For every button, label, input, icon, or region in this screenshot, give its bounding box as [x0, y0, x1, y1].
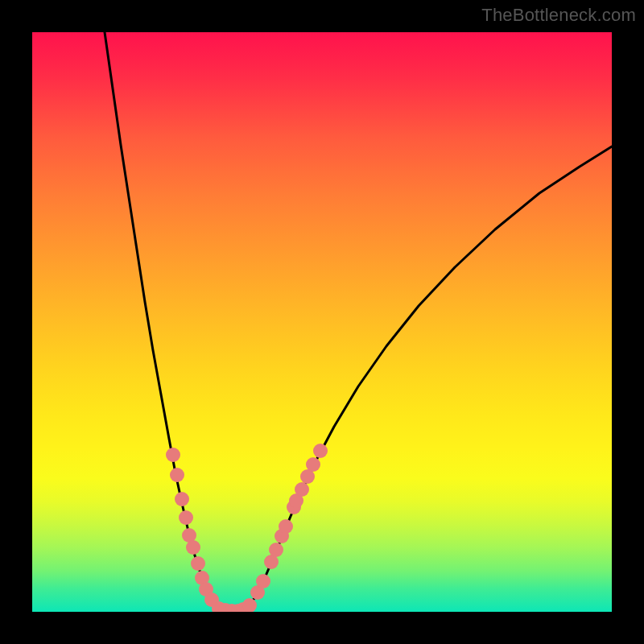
chart-plot-area: [32, 32, 612, 612]
marker-dot: [186, 540, 200, 555]
chart-frame: TheBottleneck.com: [0, 0, 644, 644]
watermark-text: TheBottleneck.com: [481, 5, 636, 26]
marker-dot: [269, 543, 283, 557]
chart-svg-overlay: [32, 32, 612, 612]
marker-dot: [179, 510, 193, 525]
marker-dot: [256, 574, 270, 588]
curve-left-curve: [105, 32, 216, 605]
marker-dot: [306, 457, 320, 472]
marker-dot: [166, 448, 180, 462]
marker-dot: [170, 468, 184, 482]
curve-right-curve: [250, 147, 612, 605]
marker-dot: [175, 492, 189, 506]
marker-dot: [295, 482, 309, 497]
marker-dot: [242, 598, 257, 612]
marker-dot: [313, 444, 328, 458]
marker-dot: [191, 556, 205, 571]
marker-dot: [279, 519, 293, 534]
